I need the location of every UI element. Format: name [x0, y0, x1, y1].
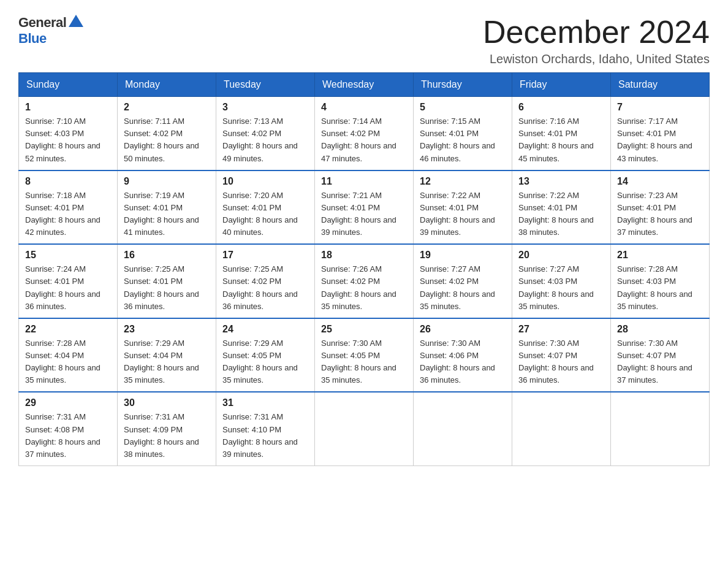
day-number: 1	[25, 102, 111, 113]
day-number: 31	[222, 397, 308, 408]
day-number: 8	[25, 176, 111, 187]
logo: General Blue	[18, 15, 83, 47]
calendar-cell: 9Sunrise: 7:19 AMSunset: 4:01 PMDaylight…	[118, 170, 216, 245]
calendar-week-row: 29Sunrise: 7:31 AMSunset: 4:08 PMDayligh…	[19, 392, 710, 465]
calendar-cell: 22Sunrise: 7:28 AMSunset: 4:04 PMDayligh…	[19, 318, 118, 393]
day-number: 25	[321, 324, 407, 335]
calendar-cell: 30Sunrise: 7:31 AMSunset: 4:09 PMDayligh…	[118, 392, 216, 465]
calendar-cell: 7Sunrise: 7:17 AMSunset: 4:01 PMDaylight…	[611, 97, 710, 170]
title-section: December 2024 Lewiston Orchards, Idaho, …	[483, 15, 710, 66]
day-number: 23	[124, 324, 210, 335]
calendar-cell: 10Sunrise: 7:20 AMSunset: 4:01 PMDayligh…	[216, 170, 315, 245]
calendar-header-row: SundayMondayTuesdayWednesdayThursdayFrid…	[19, 73, 710, 97]
day-info: Sunrise: 7:28 AMSunset: 4:03 PMDaylight:…	[617, 263, 703, 313]
day-number: 18	[321, 250, 407, 261]
day-number: 4	[321, 102, 407, 113]
day-info: Sunrise: 7:30 AMSunset: 4:07 PMDaylight:…	[518, 337, 604, 387]
day-info: Sunrise: 7:16 AMSunset: 4:01 PMDaylight:…	[518, 115, 604, 165]
day-number: 28	[617, 324, 703, 335]
day-number: 13	[518, 176, 604, 187]
logo-blue-text: Blue	[18, 31, 47, 47]
day-info: Sunrise: 7:18 AMSunset: 4:01 PMDaylight:…	[25, 190, 111, 239]
calendar-cell: 12Sunrise: 7:22 AMSunset: 4:01 PMDayligh…	[414, 170, 512, 245]
weekday-header-friday: Friday	[512, 73, 611, 97]
day-info: Sunrise: 7:17 AMSunset: 4:01 PMDaylight:…	[617, 115, 703, 165]
day-number: 21	[617, 250, 703, 261]
day-info: Sunrise: 7:25 AMSunset: 4:01 PMDaylight:…	[124, 263, 210, 313]
day-info: Sunrise: 7:15 AMSunset: 4:01 PMDaylight:…	[420, 115, 506, 165]
day-number: 29	[25, 397, 111, 408]
calendar-cell: 25Sunrise: 7:30 AMSunset: 4:05 PMDayligh…	[315, 318, 414, 393]
location-subtitle: Lewiston Orchards, Idaho, United States	[483, 52, 710, 66]
day-info: Sunrise: 7:31 AMSunset: 4:08 PMDaylight:…	[25, 411, 111, 461]
weekday-header-sunday: Sunday	[19, 73, 118, 97]
day-number: 27	[518, 324, 604, 335]
calendar-cell	[611, 392, 710, 465]
day-number: 26	[420, 324, 506, 335]
day-info: Sunrise: 7:20 AMSunset: 4:01 PMDaylight:…	[222, 190, 308, 239]
day-info: Sunrise: 7:23 AMSunset: 4:01 PMDaylight:…	[617, 190, 703, 239]
day-info: Sunrise: 7:14 AMSunset: 4:02 PMDaylight:…	[321, 115, 407, 165]
calendar-cell: 15Sunrise: 7:24 AMSunset: 4:01 PMDayligh…	[19, 244, 118, 318]
calendar-cell	[512, 392, 611, 465]
calendar-cell: 26Sunrise: 7:30 AMSunset: 4:06 PMDayligh…	[414, 318, 512, 393]
logo-general-text: General	[18, 15, 66, 31]
calendar-cell: 23Sunrise: 7:29 AMSunset: 4:04 PMDayligh…	[118, 318, 216, 393]
day-info: Sunrise: 7:11 AMSunset: 4:02 PMDaylight:…	[124, 115, 210, 165]
day-info: Sunrise: 7:22 AMSunset: 4:01 PMDaylight:…	[420, 190, 506, 239]
day-number: 5	[420, 102, 506, 113]
day-info: Sunrise: 7:10 AMSunset: 4:03 PMDaylight:…	[25, 115, 111, 165]
day-info: Sunrise: 7:29 AMSunset: 4:04 PMDaylight:…	[124, 337, 210, 387]
calendar-cell: 2Sunrise: 7:11 AMSunset: 4:02 PMDaylight…	[118, 97, 216, 170]
calendar-cell	[414, 392, 512, 465]
day-info: Sunrise: 7:25 AMSunset: 4:02 PMDaylight:…	[222, 263, 308, 313]
day-number: 9	[124, 176, 210, 187]
day-info: Sunrise: 7:31 AMSunset: 4:10 PMDaylight:…	[222, 411, 308, 461]
day-info: Sunrise: 7:28 AMSunset: 4:04 PMDaylight:…	[25, 337, 111, 387]
calendar-cell: 4Sunrise: 7:14 AMSunset: 4:02 PMDaylight…	[315, 97, 414, 170]
calendar-cell	[315, 392, 414, 465]
day-info: Sunrise: 7:30 AMSunset: 4:05 PMDaylight:…	[321, 337, 407, 387]
weekday-header-wednesday: Wednesday	[315, 73, 414, 97]
weekday-header-saturday: Saturday	[611, 73, 710, 97]
day-number: 15	[25, 250, 111, 261]
calendar-cell: 8Sunrise: 7:18 AMSunset: 4:01 PMDaylight…	[19, 170, 118, 245]
calendar-cell: 28Sunrise: 7:30 AMSunset: 4:07 PMDayligh…	[611, 318, 710, 393]
day-number: 20	[518, 250, 604, 261]
calendar-cell: 5Sunrise: 7:15 AMSunset: 4:01 PMDaylight…	[414, 97, 512, 170]
calendar-cell: 20Sunrise: 7:27 AMSunset: 4:03 PMDayligh…	[512, 244, 611, 318]
day-number: 3	[222, 102, 308, 113]
weekday-header-monday: Monday	[118, 73, 216, 97]
day-info: Sunrise: 7:26 AMSunset: 4:02 PMDaylight:…	[321, 263, 407, 313]
day-number: 30	[124, 397, 210, 408]
calendar-cell: 14Sunrise: 7:23 AMSunset: 4:01 PMDayligh…	[611, 170, 710, 245]
calendar-cell: 16Sunrise: 7:25 AMSunset: 4:01 PMDayligh…	[118, 244, 216, 318]
day-number: 24	[222, 324, 308, 335]
calendar-cell: 21Sunrise: 7:28 AMSunset: 4:03 PMDayligh…	[611, 244, 710, 318]
calendar-cell: 18Sunrise: 7:26 AMSunset: 4:02 PMDayligh…	[315, 244, 414, 318]
calendar-cell: 27Sunrise: 7:30 AMSunset: 4:07 PMDayligh…	[512, 318, 611, 393]
day-number: 17	[222, 250, 308, 261]
logo-triangle-icon	[69, 15, 83, 27]
calendar-week-row: 15Sunrise: 7:24 AMSunset: 4:01 PMDayligh…	[19, 244, 710, 318]
day-number: 7	[617, 102, 703, 113]
calendar-cell: 24Sunrise: 7:29 AMSunset: 4:05 PMDayligh…	[216, 318, 315, 393]
day-number: 11	[321, 176, 407, 187]
day-number: 2	[124, 102, 210, 113]
day-info: Sunrise: 7:27 AMSunset: 4:02 PMDaylight:…	[420, 263, 506, 313]
day-number: 14	[617, 176, 703, 187]
calendar-cell: 3Sunrise: 7:13 AMSunset: 4:02 PMDaylight…	[216, 97, 315, 170]
calendar-table: SundayMondayTuesdayWednesdayThursdayFrid…	[18, 72, 710, 466]
calendar-cell: 11Sunrise: 7:21 AMSunset: 4:01 PMDayligh…	[315, 170, 414, 245]
day-number: 10	[222, 176, 308, 187]
calendar-cell: 29Sunrise: 7:31 AMSunset: 4:08 PMDayligh…	[19, 392, 118, 465]
month-title: December 2024	[483, 15, 710, 50]
day-info: Sunrise: 7:24 AMSunset: 4:01 PMDaylight:…	[25, 263, 111, 313]
calendar-cell: 17Sunrise: 7:25 AMSunset: 4:02 PMDayligh…	[216, 244, 315, 318]
calendar-cell: 31Sunrise: 7:31 AMSunset: 4:10 PMDayligh…	[216, 392, 315, 465]
day-info: Sunrise: 7:13 AMSunset: 4:02 PMDaylight:…	[222, 115, 308, 165]
day-info: Sunrise: 7:30 AMSunset: 4:07 PMDaylight:…	[617, 337, 703, 387]
weekday-header-tuesday: Tuesday	[216, 73, 315, 97]
weekday-header-thursday: Thursday	[414, 73, 512, 97]
day-number: 19	[420, 250, 506, 261]
